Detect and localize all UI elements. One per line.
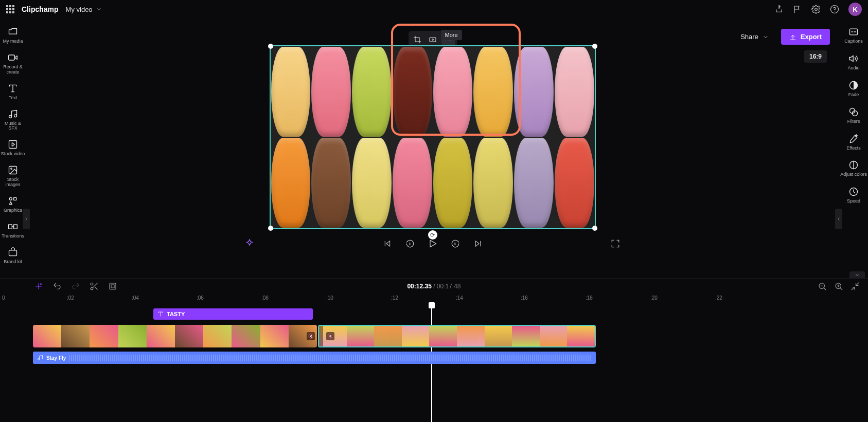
svg-rect-38: [850, 29, 858, 35]
rail-stock-images[interactable]: Stock images: [0, 163, 26, 190]
time-ruler[interactable]: 0:02:04:06:08:10:12:14:16:18:20:22: [0, 292, 868, 303]
rail-fade[interactable]: Fade: [839, 78, 868, 100]
rail-filters[interactable]: Filters: [839, 105, 868, 126]
resize-handle-tr[interactable]: [592, 44, 597, 49]
svg-text:5: 5: [454, 242, 456, 245]
rewind-5-button[interactable]: 5: [405, 238, 415, 249]
rail-label: Fade: [848, 93, 859, 98]
rail-adjust-colors[interactable]: Adjust colors: [839, 158, 868, 179]
forward-5-button[interactable]: 5: [450, 238, 460, 249]
upgrade-icon[interactable]: [774, 5, 784, 14]
skip-forward-button[interactable]: [473, 238, 483, 249]
rail-effects[interactable]: Effects: [839, 132, 868, 153]
rail-transitions[interactable]: Transitions: [0, 219, 26, 241]
rail-label: Music & SFX: [0, 121, 26, 132]
rail-record-create[interactable]: Record & create: [0, 50, 26, 77]
rail-audio[interactable]: Audio: [839, 51, 868, 73]
add-media-button[interactable]: [34, 282, 43, 291]
redo-button[interactable]: [71, 282, 80, 291]
fullscreen-button[interactable]: [610, 238, 621, 249]
apps-grid-icon[interactable]: [6, 5, 14, 13]
clip-left-handle[interactable]: [319, 326, 323, 346]
svg-rect-17: [14, 225, 17, 229]
preview-canvas[interactable]: ⟳: [270, 45, 596, 229]
ruler-tick: :02: [67, 295, 74, 301]
ruler-tick: :14: [456, 295, 463, 301]
timeline-collapse-button[interactable]: [849, 271, 865, 279]
zoom-controls: [818, 282, 860, 291]
settings-gear-icon[interactable]: [811, 5, 821, 14]
project-title-label: My video: [66, 6, 93, 13]
svg-marker-34: [430, 240, 436, 247]
video-track[interactable]: 🔇 🔇: [33, 325, 863, 347]
ruler-tick: :08: [261, 295, 269, 301]
svg-rect-14: [14, 197, 16, 200]
text-track[interactable]: TASTY: [33, 308, 863, 321]
svg-line-63: [856, 283, 859, 285]
main-area: My media Record & create Text Music & SF…: [0, 19, 868, 278]
svg-marker-36: [475, 241, 479, 247]
skip-back-button[interactable]: [382, 238, 393, 249]
tracks: TASTY 🔇 🔇 Stay Fly: [0, 303, 868, 369]
ai-sparkle-button[interactable]: [244, 238, 255, 249]
help-icon[interactable]: [830, 5, 839, 14]
resize-handle-tl[interactable]: [268, 44, 273, 49]
svg-marker-10: [12, 143, 14, 146]
rail-label: Captions: [844, 39, 863, 44]
audio-clip-label: Stay Fly: [46, 355, 66, 361]
zoom-in-button[interactable]: [834, 282, 843, 291]
rail-text[interactable]: Text: [0, 81, 26, 103]
video-clip-1[interactable]: 🔇: [33, 325, 317, 347]
svg-rect-9: [9, 141, 17, 149]
zoom-out-button[interactable]: [818, 282, 827, 291]
user-avatar[interactable]: K: [848, 3, 862, 16]
rail-stock-video[interactable]: Stock video: [0, 137, 26, 159]
video-clip-2-selected[interactable]: 🔇: [318, 325, 596, 347]
crop-timeline-button[interactable]: [108, 282, 117, 291]
waveform: [69, 355, 592, 361]
time-display: 00:12.35 / 00:17.48: [407, 283, 460, 290]
rail-music-sfx[interactable]: Music & SFX: [0, 107, 26, 134]
svg-marker-31: [386, 241, 390, 247]
svg-line-53: [95, 287, 97, 289]
project-title-dropdown[interactable]: My video: [66, 6, 102, 13]
svg-point-22: [432, 39, 433, 41]
split-button[interactable]: [90, 282, 99, 291]
rail-label: Adjust colors: [840, 172, 867, 177]
right-rail-expand-button[interactable]: [835, 209, 842, 229]
svg-point-7: [9, 115, 12, 118]
mute-icon[interactable]: 🔇: [307, 332, 315, 340]
rail-label: Stock video: [1, 152, 25, 157]
ruler-tick: :20: [650, 295, 658, 301]
rail-label: Transitions: [2, 234, 24, 239]
svg-point-66: [38, 359, 40, 360]
play-button[interactable]: [428, 238, 438, 249]
text-clip-label: TASTY: [167, 311, 185, 317]
text-clip[interactable]: TASTY: [153, 308, 313, 320]
svg-text:5: 5: [409, 242, 411, 245]
mute-icon[interactable]: 🔇: [326, 332, 334, 340]
svg-point-12: [11, 168, 12, 170]
rail-captions[interactable]: Captions: [839, 25, 868, 46]
zoom-fit-button[interactable]: [851, 282, 860, 291]
flag-icon[interactable]: [793, 5, 802, 14]
rail-label: Speed: [847, 199, 860, 204]
rail-my-media[interactable]: My media: [0, 25, 26, 46]
preview-wrap: More Rotate by 90° Flip› Picture in pict…: [26, 19, 839, 229]
svg-rect-21: [430, 38, 436, 42]
rail-label: Filters: [847, 119, 860, 124]
chevron-down-icon: [96, 6, 102, 12]
crop-button[interactable]: [411, 33, 424, 46]
header-left: Clipchamp My video: [6, 5, 102, 13]
undo-button[interactable]: [52, 282, 62, 291]
rail-graphics[interactable]: Graphics: [0, 194, 26, 215]
rail-label: Brand kit: [4, 260, 22, 265]
rail-speed[interactable]: Speed: [839, 185, 868, 206]
svg-point-1: [831, 6, 839, 13]
fit-button[interactable]: [426, 33, 439, 46]
audio-track[interactable]: Stay Fly: [33, 352, 863, 364]
audio-clip[interactable]: Stay Fly: [33, 352, 596, 364]
rail-label: My media: [3, 39, 23, 44]
timeline: 00:12.35 / 00:17.48 0:02:04:06:08:10:12:…: [0, 278, 868, 422]
rail-brand-kit[interactable]: Brand kit: [0, 245, 26, 267]
